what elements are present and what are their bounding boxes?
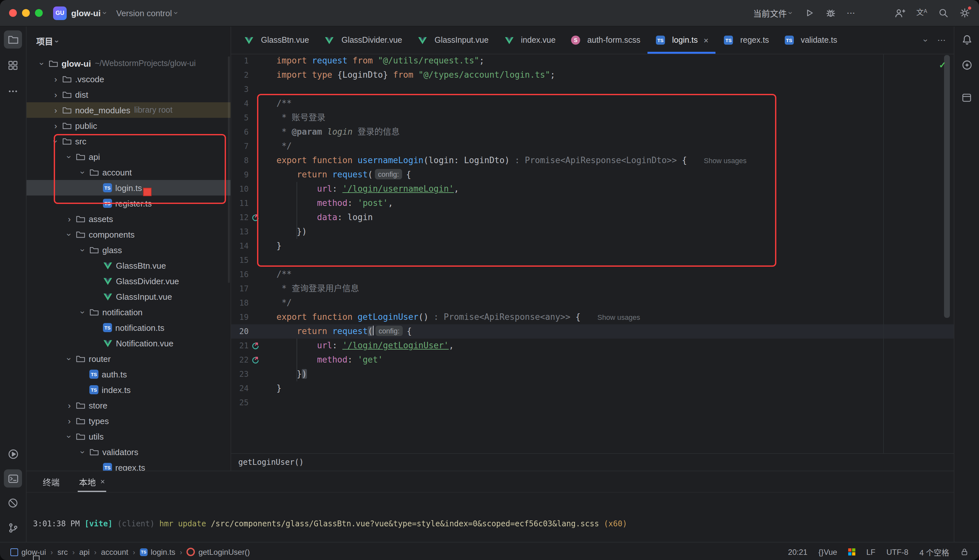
terminal-cursor[interactable]: [33, 555, 40, 560]
chevron-collapsed-icon[interactable]: ›: [50, 90, 61, 99]
chevron-expanded-icon[interactable]: ›: [52, 136, 60, 146]
minimize-window-button[interactable]: [22, 9, 30, 17]
documentation-tool-window-icon[interactable]: [957, 89, 976, 107]
tree-item-register.ts[interactable]: TSregister.ts: [27, 195, 230, 211]
tab-auth-form.scss[interactable]: Sauth-form.scss: [563, 27, 647, 54]
code-line-25[interactable]: 25: [231, 395, 954, 410]
tree-item-index.ts[interactable]: TSindex.ts: [27, 382, 230, 398]
tree-item-auth.ts[interactable]: TSauth.ts: [27, 367, 230, 382]
chevron-collapsed-icon[interactable]: ›: [64, 417, 75, 425]
chevron-expanded-icon[interactable]: ›: [65, 431, 73, 442]
tab-list-dropdown-icon[interactable]: ›: [921, 39, 931, 42]
tree-item-utils[interactable]: ›utils: [27, 428, 230, 444]
tab-login.ts[interactable]: TSlogin.ts×: [647, 27, 715, 54]
code-line-23[interactable]: 23 }): [231, 367, 954, 381]
tree-item-account[interactable]: ›account: [27, 165, 230, 180]
tree-item-node_modules[interactable]: ›node_moduleslibrary root: [27, 102, 230, 118]
code-line-20[interactable]: 20 return request(config:{: [231, 324, 954, 338]
tab-index.vue[interactable]: index.vue: [495, 27, 563, 54]
code-line-10[interactable]: 10 url: '/login/usernameLogin',: [231, 182, 954, 196]
chevron-expanded-icon[interactable]: ›: [79, 447, 87, 457]
code-line-8[interactable]: 8export function usernameLogin(login: Lo…: [231, 153, 954, 168]
tree-item-store[interactable]: ›store: [27, 398, 230, 413]
tree-item-types[interactable]: ›types: [27, 413, 230, 428]
chevron-expanded-icon[interactable]: ›: [79, 167, 87, 177]
tab-GlassDivider.vue[interactable]: GlassDivider.vue: [316, 27, 410, 54]
code-line-5[interactable]: 5 * 账号登录: [231, 111, 954, 125]
code-line-22[interactable]: 22 method: 'get': [231, 353, 954, 367]
tree-item-GlassDivider.vue[interactable]: GlassDivider.vue: [27, 273, 230, 289]
tab-regex.ts[interactable]: TSregex.ts: [715, 27, 776, 54]
code-line-15[interactable]: 15: [231, 253, 954, 267]
code-line-1[interactable]: 1import request from "@/utils/request.ts…: [231, 54, 954, 68]
code-line-2[interactable]: 2import type {LoginDto} from "@/types/ac…: [231, 68, 954, 82]
endpoint-gutter-icon[interactable]: [251, 213, 259, 222]
ai-assistant-icon[interactable]: [957, 56, 976, 74]
project-panel-header[interactable]: 项目 ›: [27, 27, 230, 56]
chevron-collapsed-icon[interactable]: ›: [64, 401, 75, 410]
tree-item-login.ts[interactable]: TSlogin.ts: [27, 180, 230, 195]
tree-item-validators[interactable]: ›validators: [27, 444, 230, 460]
chevron-expanded-icon[interactable]: ›: [65, 353, 73, 364]
code-line-17[interactable]: 17 * 查询登录用户信息: [231, 282, 954, 296]
run-configuration-selector[interactable]: 当前文件 ›: [753, 7, 792, 19]
tree-item-api[interactable]: ›api: [27, 149, 230, 165]
terminal-tool-window-button[interactable]: [4, 469, 22, 487]
endpoint-gutter-icon[interactable]: [251, 342, 259, 350]
tree-item-glow-ui[interactable]: ›glow-ui~/WebstormProjects/glow-ui: [27, 56, 230, 71]
tree-item-src[interactable]: ›src: [27, 133, 230, 149]
terminal-panel-title[interactable]: 终端: [43, 475, 60, 488]
chevron-collapsed-icon[interactable]: ›: [50, 75, 61, 83]
tree-item-notification.ts[interactable]: TSnotification.ts: [27, 320, 230, 335]
tree-item-GlassInput.vue[interactable]: GlassInput.vue: [27, 289, 230, 304]
search-everywhere-button[interactable]: [938, 8, 949, 18]
sticky-function-line[interactable]: getLoginUser(): [231, 453, 954, 471]
chevron-collapsed-icon[interactable]: ›: [50, 106, 61, 114]
editor-options-icon[interactable]: ⋮: [937, 36, 946, 44]
chevron-expanded-icon[interactable]: ›: [65, 229, 73, 240]
tree-item-assets[interactable]: ›assets: [27, 211, 230, 227]
chevron-collapsed-icon[interactable]: ›: [50, 122, 61, 130]
tree-item-glass[interactable]: ›glass: [27, 242, 230, 258]
code-line-12[interactable]: 12 data: login: [231, 210, 954, 225]
code-with-me-button[interactable]: [894, 7, 905, 18]
tree-item-notification[interactable]: ›notification: [27, 304, 230, 320]
lock-icon[interactable]: [960, 548, 969, 556]
close-icon[interactable]: ×: [704, 35, 708, 45]
zoom-window-button[interactable]: [35, 9, 43, 17]
chevron-expanded-icon[interactable]: ›: [38, 58, 46, 68]
close-window-button[interactable]: [9, 9, 17, 17]
code-line-19[interactable]: 19export function getLoginUser() : Promi…: [231, 310, 954, 324]
inspections-ok-icon[interactable]: ✓: [939, 60, 946, 70]
translate-icon[interactable]: 文A: [916, 9, 927, 17]
code-line-4[interactable]: 4/**: [231, 97, 954, 111]
show-usages-hint[interactable]: Show usages: [597, 313, 640, 321]
code-line-18[interactable]: 18 */: [231, 296, 954, 310]
tree-item-.vscode[interactable]: ›.vscode: [27, 71, 230, 87]
git-tool-window-button[interactable]: [4, 518, 22, 537]
terminal-tab-local[interactable]: 本地 ×: [78, 471, 106, 492]
close-icon[interactable]: ×: [100, 477, 105, 486]
run-button[interactable]: [804, 8, 814, 18]
tab-GlassInput.vue[interactable]: GlassInput.vue: [409, 27, 495, 54]
editor-scrollbar[interactable]: [944, 55, 950, 318]
code-line-13[interactable]: 13 }): [231, 225, 954, 239]
tree-item-router[interactable]: ›router: [27, 351, 230, 367]
vcs-menu[interactable]: Version control: [116, 8, 172, 18]
debug-button[interactable]: [826, 8, 836, 18]
chevron-collapsed-icon[interactable]: ›: [64, 215, 75, 223]
code-line-3[interactable]: 3: [231, 82, 954, 97]
tab-validate.ts[interactable]: TSvalidate.ts: [776, 27, 844, 54]
more-actions-button[interactable]: ⋮: [847, 9, 856, 17]
tree-item-Notification.vue[interactable]: Notification.vue: [27, 335, 230, 351]
modules-tool-window-button[interactable]: [4, 56, 22, 75]
tab-GlassBtn.vue[interactable]: GlassBtn.vue: [236, 27, 316, 54]
settings-button[interactable]: [960, 8, 970, 18]
services-tool-window-button[interactable]: [4, 445, 22, 463]
tree-item-dist[interactable]: ›dist: [27, 87, 230, 102]
tree-item-regex.ts[interactable]: TSregex.ts: [27, 460, 230, 471]
endpoint-gutter-icon[interactable]: [251, 356, 259, 364]
code-line-6[interactable]: 6 * @param login 登录的信息: [231, 125, 954, 139]
project-tool-window-button[interactable]: [4, 30, 22, 48]
code-line-16[interactable]: 16/**: [231, 267, 954, 282]
